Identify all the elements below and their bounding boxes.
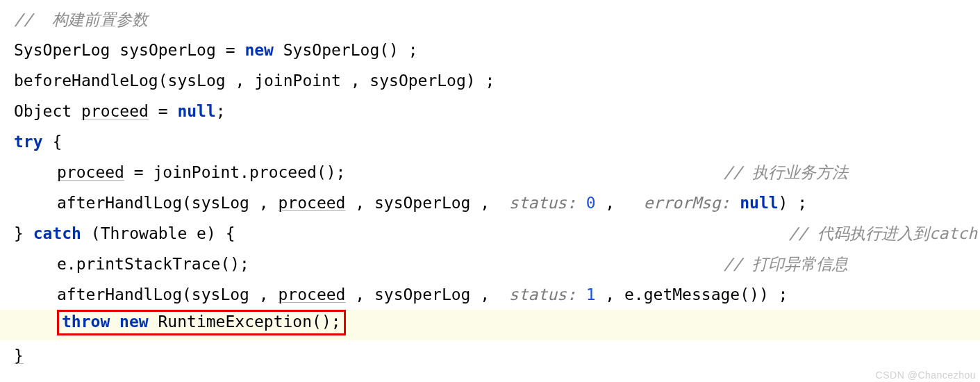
comment: // 执行业务方法	[723, 157, 980, 188]
code-line: e.printStackTrace(); // 打印异常信息	[0, 249, 980, 279]
comment: // 打印异常信息	[723, 249, 980, 279]
type: Object	[14, 96, 81, 126]
var: proceed	[279, 279, 346, 310]
keyword-catch: catch	[33, 224, 81, 242]
param-hint-status: status:	[509, 279, 586, 310]
code-line: proceed = joinPoint.proceed(); // 执行业务方法	[0, 157, 980, 188]
comment: // 构建前置参数	[14, 4, 148, 35]
code-line: afterHandlLog(sysLog , proceed , sysOper…	[0, 279, 980, 310]
brace-close: }	[14, 340, 24, 371]
code-line: try {	[0, 126, 980, 157]
code-line: Object proceed = null;	[0, 96, 980, 126]
code-line-highlight: throw new RuntimeException();	[0, 310, 980, 340]
code-line: } catch (Throwable e) { // 代码执行进入到catch	[0, 218, 980, 249]
var: proceed	[279, 188, 346, 218]
number: 1	[586, 279, 596, 310]
var: proceed	[57, 163, 124, 181]
number: 0	[586, 188, 596, 218]
eq: =	[216, 35, 245, 65]
keyword-null: null	[740, 188, 778, 218]
keyword-null: null	[177, 96, 215, 126]
call: beforeHandleLog(sysLog , joinPoint , sys…	[14, 65, 495, 96]
param-hint-status: status:	[509, 188, 586, 218]
keyword-new: new	[244, 35, 274, 65]
keyword-throw: throw	[62, 313, 110, 331]
code-line: // 构建前置参数	[0, 4, 980, 35]
var: proceed	[81, 96, 149, 126]
code-block: // 构建前置参数 SysOperLog sysOperLog = new Sy…	[0, 0, 980, 371]
highlight-box: throw new RuntimeException();	[57, 310, 346, 335]
watermark: CSDN @Chancezhou	[876, 369, 976, 381]
var: sysOperLog	[119, 35, 215, 65]
type: SysOperLog	[14, 35, 110, 65]
code-line: }	[0, 340, 980, 371]
code-line: SysOperLog sysOperLog = new SysOperLog()…	[0, 35, 980, 65]
keyword-new: new	[119, 313, 149, 331]
code-line: beforeHandleLog(sysLog , joinPoint , sys…	[0, 65, 980, 96]
ctor: SysOperLog() ;	[274, 35, 418, 65]
code-line: afterHandlLog(sysLog , proceed , sysOper…	[0, 188, 980, 218]
comment: // 代码执行进入到catch	[788, 218, 980, 249]
keyword-try: try	[14, 126, 43, 157]
param-hint-errormsg: errorMsg:	[644, 188, 740, 218]
